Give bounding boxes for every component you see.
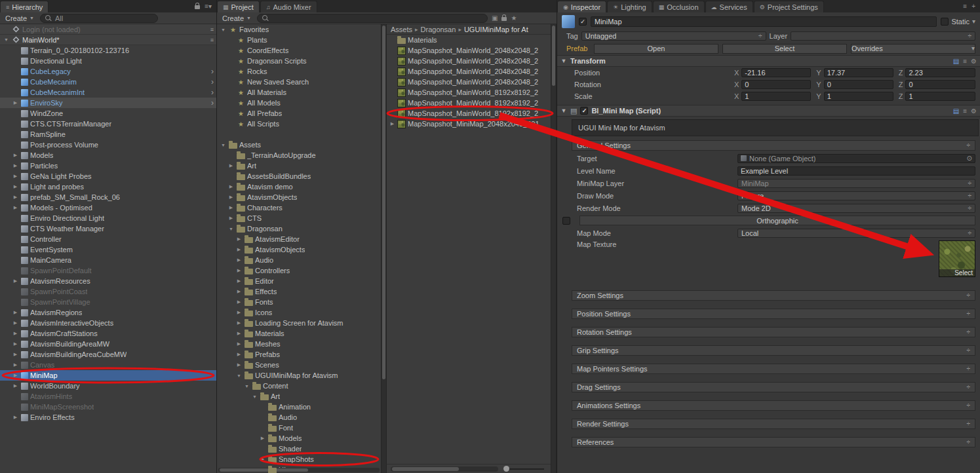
expander-icon[interactable]: ▶ xyxy=(12,310,19,315)
project-tree-item[interactable]: ▶Art xyxy=(217,161,381,171)
minimap-script-header[interactable]: ▼ ▤ ✓ Bl_Mini Map (Script) ▤ ≡ ⚙ xyxy=(557,105,980,117)
scene-menu-icon[interactable]: ≡ xyxy=(210,25,214,34)
hierarchy-item[interactable]: ▶Particles xyxy=(0,161,216,171)
file-item[interactable]: MapSnapshot_MainWorld_8192x8192_2 xyxy=(387,108,551,119)
project-tree-item[interactable]: ▼Dragonsan xyxy=(217,223,381,234)
dropdown[interactable]: Mode 2D÷ xyxy=(737,204,975,213)
project-tree-item[interactable]: ▶Icons xyxy=(217,307,381,318)
expander-icon[interactable]: ▼ xyxy=(235,373,243,378)
expander-icon[interactable]: ▼ xyxy=(243,384,250,388)
panel-menu-icon[interactable]: ≡ xyxy=(963,3,967,10)
map-texture-thumbnail[interactable]: Select xyxy=(939,240,975,277)
project-tree-item[interactable]: AssetsBuildBundles xyxy=(217,171,381,181)
expander-icon[interactable]: ▶ xyxy=(259,436,266,441)
expander-icon[interactable]: ▶ xyxy=(12,320,19,326)
project-tree-item[interactable]: ▶Meshes xyxy=(217,339,381,349)
sprite-packer-icon[interactable]: ▣ xyxy=(492,14,498,22)
hierarchy-item[interactable]: Controller xyxy=(0,234,216,244)
presets-icon[interactable]: ≡ xyxy=(963,58,967,65)
hierarchy-item[interactable]: CTS.CTSTerrainManager xyxy=(0,119,216,129)
expander-icon[interactable]: ▶ xyxy=(12,278,19,284)
help-icon[interactable]: ▤ xyxy=(953,58,959,65)
expander-icon[interactable]: ▶ xyxy=(235,331,243,336)
hierarchy-item[interactable]: ▶AtavismResources xyxy=(0,276,216,286)
prefab-open-arrow-icon[interactable]: › xyxy=(211,67,214,76)
expander-icon[interactable]: ▶ xyxy=(235,236,243,242)
expander-icon[interactable]: ▶ xyxy=(259,457,266,462)
general-settings-bar[interactable]: General Settings ÷ xyxy=(572,140,975,151)
project-tree-item[interactable]: ▶Fonts xyxy=(217,297,381,307)
hierarchy-item[interactable]: ▶AtavismInteractiveObjects xyxy=(0,318,216,328)
hierarchy-item[interactable]: CTS Weather Manager xyxy=(0,223,216,234)
breadcrumb-item[interactable]: UGUIMiniMap for At xyxy=(464,26,528,33)
expander-icon[interactable]: ▶ xyxy=(12,205,19,210)
project-tree-item[interactable]: ▼Assets xyxy=(217,140,381,150)
tag-dropdown[interactable]: Untagged ÷ xyxy=(581,31,766,41)
settings-section[interactable]: Grip Settings÷ xyxy=(572,345,975,356)
expander-icon[interactable]: ▶ xyxy=(12,352,19,357)
component-enabled-checkbox[interactable]: ✓ xyxy=(580,107,588,115)
hierarchy-item[interactable]: WindZone xyxy=(0,108,216,119)
favorite-icon[interactable]: ★ xyxy=(511,14,517,22)
gear-icon[interactable]: ⚙ xyxy=(971,58,977,65)
project-tree-item[interactable]: Animation xyxy=(217,402,381,412)
expander-icon[interactable]: ▶ xyxy=(12,383,19,388)
project-tree-item[interactable]: ▶Effects xyxy=(217,286,381,297)
tab-occlusion[interactable]: ▦ Occlusion xyxy=(653,1,705,12)
expander-icon[interactable]: ▼ xyxy=(220,143,227,147)
project-tree-item[interactable]: ▼Content xyxy=(217,381,381,391)
object-field[interactable]: None (Game Object)⊙ xyxy=(737,154,975,163)
axis-field[interactable]: 0 xyxy=(905,80,975,89)
hierarchy-item[interactable]: MainCamera xyxy=(0,255,216,265)
expander-icon[interactable]: ▶ xyxy=(235,289,243,294)
prefab-open-button[interactable]: Open xyxy=(594,44,718,54)
orthographic-bar[interactable]: Orthographic xyxy=(579,216,975,225)
hierarchy-item[interactable]: ▶MiniMap xyxy=(0,370,216,381)
expander-icon[interactable]: ▶ xyxy=(227,205,235,210)
layer-dropdown[interactable]: ÷ xyxy=(791,31,975,41)
settings-section[interactable]: Rotation Settings÷ xyxy=(572,327,975,337)
expander-icon[interactable]: ▼ xyxy=(227,227,235,231)
file-item[interactable]: MapSnapshot_MainWorld_2048x2048_2 xyxy=(387,45,551,56)
project-tree-hscrollbar[interactable] xyxy=(218,468,380,472)
project-tree-item[interactable]: ★All Materials xyxy=(217,87,381,98)
settings-section[interactable]: Position Settings÷ xyxy=(572,309,975,319)
add-tab-icon[interactable]: + xyxy=(971,3,975,10)
slider-knob[interactable] xyxy=(503,466,509,472)
expander-icon[interactable]: ▶ xyxy=(227,195,235,200)
project-tree-item[interactable]: ▶Characters xyxy=(217,202,381,213)
expander-icon[interactable]: ▶ xyxy=(12,331,19,336)
file-item[interactable]: MapSnapshot_MainWorld_2048x2048_2 xyxy=(387,56,551,66)
hierarchy-item[interactable]: SpawnPointVillage xyxy=(0,297,216,307)
expander-icon[interactable]: ▶ xyxy=(235,257,243,263)
tab-audio-mixer[interactable]: ♫ Audio Mixer xyxy=(260,1,317,12)
hierarchy-item[interactable]: ▶Canvas xyxy=(0,360,216,370)
file-item[interactable]: MapSnapshot_MainWorld_8192x8192_2 xyxy=(387,98,551,108)
hierarchy-item[interactable]: EventSystem xyxy=(0,244,216,255)
settings-section[interactable]: Drag Settings÷ xyxy=(572,382,975,392)
foldout-open-icon[interactable]: ▼ xyxy=(560,58,567,64)
texture-select-button[interactable]: Select xyxy=(939,269,975,276)
hierarchy-item[interactable]: ▶AtavismBuildingAreaMW xyxy=(0,339,216,349)
file-item[interactable]: MapSnapshot_MainWorld_2048x2048_2 xyxy=(387,66,551,77)
settings-section[interactable]: Zoom Settings÷ xyxy=(572,290,975,301)
expander-icon[interactable]: ▶ xyxy=(227,163,235,168)
project-tree-item[interactable]: _TerrainAutoUpgrade xyxy=(217,150,381,161)
axis-field[interactable]: 1 xyxy=(905,92,975,101)
orthographic-checkbox[interactable] xyxy=(562,217,570,225)
project-tree-item[interactable]: ★CoordEffects xyxy=(217,45,381,56)
project-tree-scrollbar[interactable] xyxy=(381,24,387,473)
axis-field[interactable]: 2.23 xyxy=(905,68,975,77)
gear-icon[interactable]: ⚙ xyxy=(971,107,977,115)
hierarchy-item[interactable]: Login (not loaded)≡ xyxy=(0,24,216,35)
text-field[interactable]: Example Level xyxy=(737,166,975,176)
help-icon[interactable]: ▤ xyxy=(953,107,959,115)
transform-header[interactable]: ▼ Transform ▤ ≡ ⚙ xyxy=(557,55,980,67)
foldout-open-icon[interactable]: ▼ xyxy=(560,107,567,114)
prefab-open-arrow-icon[interactable]: › xyxy=(211,88,214,97)
hierarchy-item[interactable]: ▶AtavismRegions xyxy=(0,307,216,318)
breadcrumb-item[interactable]: Dragonsan xyxy=(421,26,456,33)
lock-icon[interactable] xyxy=(195,5,200,9)
project-tree-item[interactable]: ▼★Favorites xyxy=(217,24,381,35)
static-dropdown-icon[interactable]: ▾ xyxy=(972,18,975,25)
